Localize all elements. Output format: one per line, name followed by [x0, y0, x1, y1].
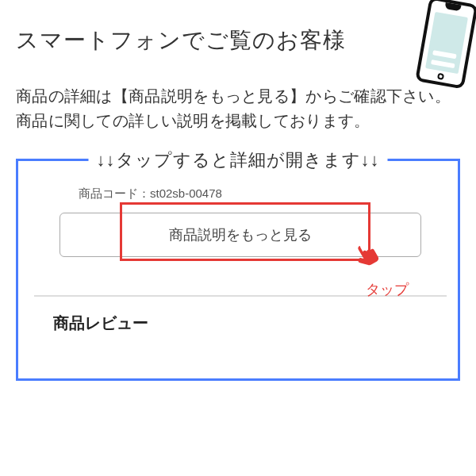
product-code-value: st02sb-00478	[150, 186, 222, 200]
instruction-text: 商品の詳細は【商品説明をもっと見る】からご確認下さい。 商品に関しての詳しい説明…	[16, 84, 460, 133]
smartphone-icon	[415, 0, 476, 90]
tap-instruction-frame: ↓↓タップすると詳細が開きます↓↓ 商品コード：st02sb-00478 商品説…	[16, 159, 460, 381]
example-screenshot: 商品コード：st02sb-00478 商品説明をもっと見る 商品レビュー	[34, 178, 447, 334]
instruction-line-1: 商品の詳細は【商品説明をもっと見る】からご確認下さい。	[16, 84, 460, 109]
tap-instruction-label: ↓↓タップすると詳細が開きます↓↓	[89, 148, 388, 172]
product-code-label: 商品コード：	[79, 186, 150, 200]
page-title: スマートフォンでご覧のお客様	[16, 25, 346, 56]
more-description-button-label: 商品説明をもっと見る	[169, 225, 312, 244]
review-heading: 商品レビュー	[53, 313, 447, 334]
product-code-row: 商品コード：st02sb-00478	[79, 186, 447, 202]
pointer-hand-icon	[350, 240, 385, 275]
instruction-line-2: 商品に関しての詳しい説明を掲載しております。	[16, 109, 460, 133]
tap-label: タップ	[366, 280, 409, 299]
